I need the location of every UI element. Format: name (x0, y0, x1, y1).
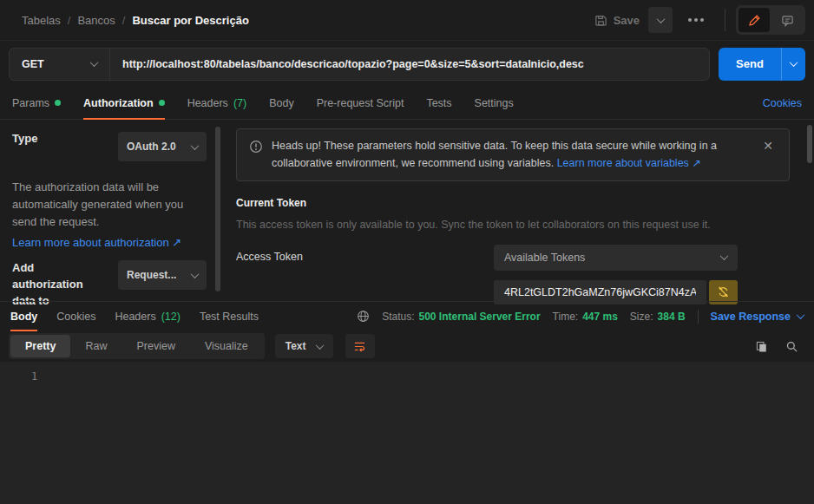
response-tab-test-results[interactable]: Test Results (200, 302, 259, 331)
save-options-caret[interactable] (648, 7, 673, 33)
banner-text: Heads up! These parameters hold sensitiv… (272, 137, 751, 173)
dot-icon (688, 18, 692, 22)
method-selector[interactable]: GET (10, 49, 110, 80)
status-label: Status: (382, 311, 414, 323)
access-token-controls: Available Tokens (494, 245, 738, 304)
add-to-dropdown[interactable]: Request... (118, 260, 207, 290)
chevron-down-icon (90, 58, 99, 67)
size-value: 384 B (658, 311, 686, 323)
available-tokens-dropdown[interactable]: Available Tokens (494, 245, 738, 271)
send-options-caret[interactable] (781, 48, 805, 81)
auth-type-dropdown[interactable]: OAuth 2.0 (118, 132, 207, 161)
floppy-disk-icon (594, 14, 607, 27)
vertical-divider (698, 310, 699, 324)
learn-authorization-link[interactable]: Learn more about authorization ↗ (12, 236, 181, 249)
info-warning-icon (249, 140, 263, 154)
dot-icon (700, 18, 704, 22)
breadcrumb-request-name[interactable]: Buscar por Descrição (132, 14, 248, 27)
time-indicator: Time: 447 ms (553, 311, 618, 323)
tab-headers[interactable]: Headers (7) (187, 87, 247, 119)
oauth-config-panel: Heads up! These parameters hold sensitiv… (222, 120, 814, 301)
available-tokens-value: Available Tokens (504, 252, 585, 264)
tab-label: Params (12, 97, 49, 109)
authorization-editor: Type OAuth 2.0 The authorization data wi… (0, 120, 814, 301)
view-raw-button[interactable]: Raw (70, 335, 121, 357)
edit-documentation-button[interactable] (739, 8, 770, 32)
add-to-value: Request... (127, 269, 176, 281)
breadcrumb: Tabelas / Bancos / Buscar por Descrição (22, 14, 249, 27)
comments-button[interactable] (771, 8, 803, 32)
chevron-down-icon (797, 311, 805, 319)
cookies-link[interactable]: Cookies (763, 97, 802, 109)
breadcrumb-workspace[interactable]: Tabelas (22, 14, 61, 27)
scrollbar-thumb[interactable] (215, 127, 220, 291)
request-header: Tabelas / Bancos / Buscar por Descrição … (0, 0, 814, 41)
current-token-description: This access token is only available to y… (236, 219, 790, 231)
chevron-down-icon (720, 252, 729, 260)
url-bar: GET (9, 48, 710, 81)
scrollbar-thumb[interactable] (807, 125, 812, 163)
tab-pre-request-script[interactable]: Pre-request Script (317, 87, 404, 119)
breadcrumb-collection[interactable]: Bancos (77, 14, 115, 27)
banner-close-button[interactable]: ✕ (759, 137, 777, 154)
tab-label: Pre-request Script (317, 97, 404, 109)
view-preview-button[interactable]: Preview (121, 335, 189, 357)
request-tabs: Params Authorization Headers (7) Body Pr… (0, 87, 814, 120)
tab-label: Tests (426, 97, 451, 109)
link-label: Learn more about authorization (12, 236, 169, 249)
save-button[interactable]: Save (586, 9, 648, 32)
save-response-button[interactable]: Save Response (711, 311, 804, 323)
view-visualize-button[interactable]: Visualize (190, 335, 263, 357)
response-meta: Status: 500 Internal Server Error Time: … (357, 302, 804, 331)
format-value: Text (286, 340, 306, 352)
learn-variables-link[interactable]: Learn more about variables ↗ (557, 157, 701, 169)
params-modified-dot (55, 100, 61, 106)
copy-response-button[interactable] (753, 338, 770, 355)
chevron-down-icon (790, 58, 798, 67)
auth-type-label: Type (12, 132, 37, 161)
size-indicator: Size: 384 B (630, 311, 686, 323)
tab-body[interactable]: Body (269, 87, 294, 119)
save-button-label: Save (614, 14, 640, 27)
search-response-button[interactable] (784, 338, 800, 355)
link-label: Learn more about variables (557, 157, 689, 169)
send-button-group: Send (719, 48, 805, 81)
tab-label: Test Results (200, 311, 259, 323)
tab-label: Headers (187, 97, 228, 109)
save-button-group: Save (586, 7, 673, 33)
send-button[interactable]: Send (719, 48, 781, 81)
chevron-down-icon (315, 341, 324, 350)
url-input[interactable] (110, 49, 709, 80)
response-format-dropdown[interactable]: Text (275, 334, 333, 358)
method-label: GET (22, 58, 44, 70)
access-token-label: Access Token (236, 245, 494, 304)
response-panel: Body Cookies Headers (12) Test Results S… (0, 301, 814, 504)
tab-authorization[interactable]: Authorization (83, 87, 165, 119)
pencil-icon (748, 14, 761, 27)
response-headers-count: (12) (161, 311, 181, 323)
tab-tests[interactable]: Tests (426, 87, 451, 119)
tab-settings[interactable]: Settings (475, 87, 514, 119)
save-response-label: Save Response (711, 311, 791, 323)
chevron-down-icon (191, 270, 200, 278)
dot-icon (694, 18, 698, 22)
status-indicator: Status: 500 Internal Server Error (382, 311, 540, 323)
chevron-down-icon (656, 15, 665, 23)
tab-params[interactable]: Params (12, 87, 61, 119)
authorization-modified-dot (159, 100, 165, 106)
size-label: Size: (630, 311, 653, 323)
line-number: 1 (0, 370, 814, 383)
view-pretty-button[interactable]: Pretty (10, 335, 70, 357)
url-builder: GET Send (0, 41, 814, 87)
sensitive-data-banner: Heads up! These parameters hold sensitiv… (236, 128, 790, 181)
status-value: 500 Internal Server Error (419, 311, 541, 323)
copy-icon (755, 340, 768, 353)
response-tab-cookies[interactable]: Cookies (56, 302, 95, 331)
wrap-lines-button[interactable] (345, 334, 375, 358)
more-options-button[interactable] (678, 10, 714, 30)
response-tab-headers[interactable]: Headers (12) (115, 302, 180, 331)
response-body-viewer[interactable]: 1 (0, 362, 814, 504)
current-token-title: Current Token (236, 197, 790, 209)
auth-type-value: OAuth 2.0 (127, 141, 176, 153)
response-tab-body[interactable]: Body (10, 302, 37, 331)
